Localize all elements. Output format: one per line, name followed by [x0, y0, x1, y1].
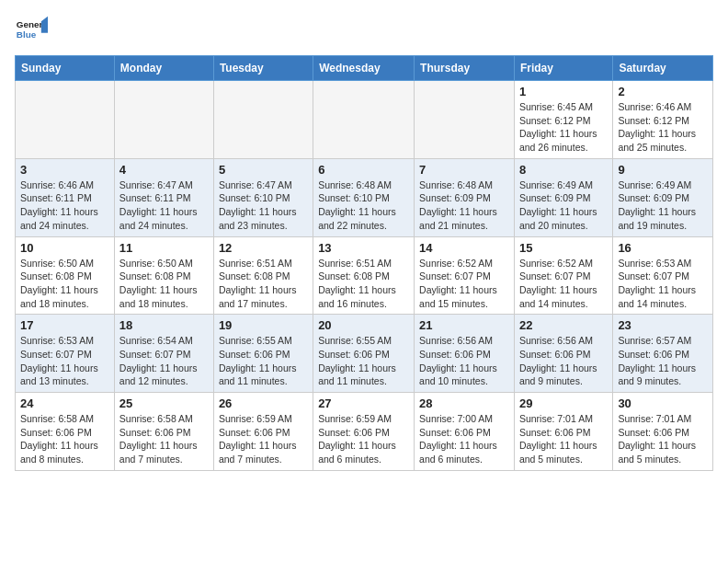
calendar-cell: [16, 81, 115, 159]
day-number: 5: [219, 163, 308, 177]
page-header: General Blue: [15, 15, 713, 48]
day-number: 10: [20, 241, 109, 255]
day-number: 7: [419, 163, 509, 177]
day-number: 20: [318, 318, 409, 332]
weekday-header-thursday: Thursday: [415, 56, 515, 81]
weekday-header-tuesday: Tuesday: [213, 56, 313, 81]
day-number: 27: [318, 396, 409, 410]
calendar-cell: 1Sunrise: 6:45 AM Sunset: 6:12 PM Daylig…: [514, 81, 612, 159]
calendar-cell: 9Sunrise: 6:49 AM Sunset: 6:09 PM Daylig…: [613, 158, 713, 236]
calendar-cell: 21Sunrise: 6:56 AM Sunset: 6:06 PM Dayli…: [415, 315, 515, 393]
day-info: Sunrise: 6:47 AM Sunset: 6:11 PM Dayligh…: [119, 178, 209, 233]
day-info: Sunrise: 6:50 AM Sunset: 6:08 PM Dayligh…: [119, 257, 209, 311]
calendar-cell: 12Sunrise: 6:51 AM Sunset: 6:08 PM Dayli…: [213, 236, 313, 315]
calendar-cell: 8Sunrise: 6:49 AM Sunset: 6:09 PM Daylig…: [514, 158, 612, 236]
calendar-cell: [114, 81, 213, 159]
day-info: Sunrise: 6:48 AM Sunset: 6:10 PM Dayligh…: [318, 178, 409, 233]
calendar-cell: [213, 81, 313, 159]
day-number: 6: [318, 163, 409, 177]
day-info: Sunrise: 6:45 AM Sunset: 6:12 PM Dayligh…: [519, 100, 608, 155]
day-number: 26: [219, 396, 308, 410]
day-info: Sunrise: 6:57 AM Sunset: 6:06 PM Dayligh…: [618, 334, 708, 388]
day-number: 14: [419, 241, 509, 255]
day-info: Sunrise: 6:48 AM Sunset: 6:09 PM Dayligh…: [419, 178, 509, 233]
day-number: 11: [119, 241, 209, 255]
day-number: 17: [20, 318, 109, 332]
logo-icon: General Blue: [15, 15, 48, 48]
day-number: 3: [20, 163, 109, 177]
day-number: 9: [618, 163, 708, 177]
day-info: Sunrise: 6:49 AM Sunset: 6:09 PM Dayligh…: [519, 178, 608, 233]
day-info: Sunrise: 6:46 AM Sunset: 6:11 PM Dayligh…: [20, 178, 109, 233]
day-number: 8: [519, 163, 608, 177]
logo: General Blue: [15, 15, 48, 48]
day-info: Sunrise: 7:00 AM Sunset: 6:06 PM Dayligh…: [419, 412, 509, 466]
day-number: 12: [219, 241, 308, 255]
day-info: Sunrise: 7:01 AM Sunset: 6:06 PM Dayligh…: [618, 412, 708, 466]
calendar-cell: 26Sunrise: 6:59 AM Sunset: 6:06 PM Dayli…: [213, 393, 313, 471]
day-number: 19: [219, 318, 308, 332]
day-info: Sunrise: 6:53 AM Sunset: 6:07 PM Dayligh…: [618, 257, 708, 311]
day-number: 2: [618, 85, 708, 98]
calendar-cell: 2Sunrise: 6:46 AM Sunset: 6:12 PM Daylig…: [613, 81, 713, 159]
calendar-cell: 18Sunrise: 6:54 AM Sunset: 6:07 PM Dayli…: [114, 315, 213, 393]
day-number: 1: [519, 85, 608, 98]
calendar-cell: 11Sunrise: 6:50 AM Sunset: 6:08 PM Dayli…: [114, 236, 213, 315]
calendar-cell: 5Sunrise: 6:47 AM Sunset: 6:10 PM Daylig…: [213, 158, 313, 236]
day-number: 4: [119, 163, 209, 177]
calendar-header-row: SundayMondayTuesdayWednesdayThursdayFrid…: [16, 56, 713, 81]
day-info: Sunrise: 6:53 AM Sunset: 6:07 PM Dayligh…: [20, 334, 109, 388]
day-info: Sunrise: 6:52 AM Sunset: 6:07 PM Dayligh…: [419, 257, 509, 311]
calendar-cell: 29Sunrise: 7:01 AM Sunset: 6:06 PM Dayli…: [514, 393, 612, 471]
day-number: 15: [519, 241, 608, 255]
calendar-cell: 19Sunrise: 6:55 AM Sunset: 6:06 PM Dayli…: [213, 315, 313, 393]
calendar-cell: 30Sunrise: 7:01 AM Sunset: 6:06 PM Dayli…: [613, 393, 713, 471]
calendar-week-row: 17Sunrise: 6:53 AM Sunset: 6:07 PM Dayli…: [16, 315, 713, 393]
weekday-header-wednesday: Wednesday: [313, 56, 415, 81]
day-info: Sunrise: 6:59 AM Sunset: 6:06 PM Dayligh…: [219, 412, 308, 466]
day-number: 18: [119, 318, 209, 332]
day-info: Sunrise: 6:52 AM Sunset: 6:07 PM Dayligh…: [519, 257, 608, 311]
calendar-cell: 20Sunrise: 6:55 AM Sunset: 6:06 PM Dayli…: [313, 315, 415, 393]
day-number: 25: [119, 396, 209, 410]
calendar-cell: 15Sunrise: 6:52 AM Sunset: 6:07 PM Dayli…: [514, 236, 612, 315]
day-number: 28: [419, 396, 509, 410]
weekday-header-friday: Friday: [514, 56, 612, 81]
day-info: Sunrise: 6:50 AM Sunset: 6:08 PM Dayligh…: [20, 257, 109, 311]
svg-text:Blue: Blue: [17, 29, 37, 40]
day-info: Sunrise: 6:56 AM Sunset: 6:06 PM Dayligh…: [419, 334, 509, 388]
day-info: Sunrise: 6:56 AM Sunset: 6:06 PM Dayligh…: [519, 334, 608, 388]
calendar-cell: 4Sunrise: 6:47 AM Sunset: 6:11 PM Daylig…: [114, 158, 213, 236]
calendar-cell: [415, 81, 515, 159]
day-info: Sunrise: 6:51 AM Sunset: 6:08 PM Dayligh…: [219, 257, 308, 311]
calendar-cell: 6Sunrise: 6:48 AM Sunset: 6:10 PM Daylig…: [313, 158, 415, 236]
calendar-cell: 14Sunrise: 6:52 AM Sunset: 6:07 PM Dayli…: [415, 236, 515, 315]
day-info: Sunrise: 6:58 AM Sunset: 6:06 PM Dayligh…: [20, 412, 109, 466]
calendar-cell: 24Sunrise: 6:58 AM Sunset: 6:06 PM Dayli…: [16, 393, 115, 471]
weekday-header-sunday: Sunday: [16, 56, 115, 81]
day-info: Sunrise: 6:51 AM Sunset: 6:08 PM Dayligh…: [318, 257, 409, 311]
day-info: Sunrise: 6:58 AM Sunset: 6:06 PM Dayligh…: [119, 412, 209, 466]
calendar-cell: 23Sunrise: 6:57 AM Sunset: 6:06 PM Dayli…: [613, 315, 713, 393]
calendar-table: SundayMondayTuesdayWednesdayThursdayFrid…: [15, 55, 713, 471]
calendar-week-row: 24Sunrise: 6:58 AM Sunset: 6:06 PM Dayli…: [16, 393, 713, 471]
calendar-week-row: 3Sunrise: 6:46 AM Sunset: 6:11 PM Daylig…: [16, 158, 713, 236]
day-number: 30: [618, 396, 708, 410]
calendar-cell: 7Sunrise: 6:48 AM Sunset: 6:09 PM Daylig…: [415, 158, 515, 236]
day-info: Sunrise: 6:55 AM Sunset: 6:06 PM Dayligh…: [219, 334, 308, 388]
day-number: 16: [618, 241, 708, 255]
day-info: Sunrise: 6:59 AM Sunset: 6:06 PM Dayligh…: [318, 412, 409, 466]
weekday-header-monday: Monday: [114, 56, 213, 81]
day-info: Sunrise: 6:54 AM Sunset: 6:07 PM Dayligh…: [119, 334, 209, 388]
calendar-cell: 13Sunrise: 6:51 AM Sunset: 6:08 PM Dayli…: [313, 236, 415, 315]
day-number: 21: [419, 318, 509, 332]
day-info: Sunrise: 7:01 AM Sunset: 6:06 PM Dayligh…: [519, 412, 608, 466]
day-info: Sunrise: 6:55 AM Sunset: 6:06 PM Dayligh…: [318, 334, 409, 388]
weekday-header-saturday: Saturday: [613, 56, 713, 81]
calendar-cell: 27Sunrise: 6:59 AM Sunset: 6:06 PM Dayli…: [313, 393, 415, 471]
day-number: 23: [618, 318, 708, 332]
calendar-cell: 25Sunrise: 6:58 AM Sunset: 6:06 PM Dayli…: [114, 393, 213, 471]
svg-marker-2: [41, 17, 48, 33]
day-info: Sunrise: 6:47 AM Sunset: 6:10 PM Dayligh…: [219, 178, 308, 233]
calendar-cell: [313, 81, 415, 159]
